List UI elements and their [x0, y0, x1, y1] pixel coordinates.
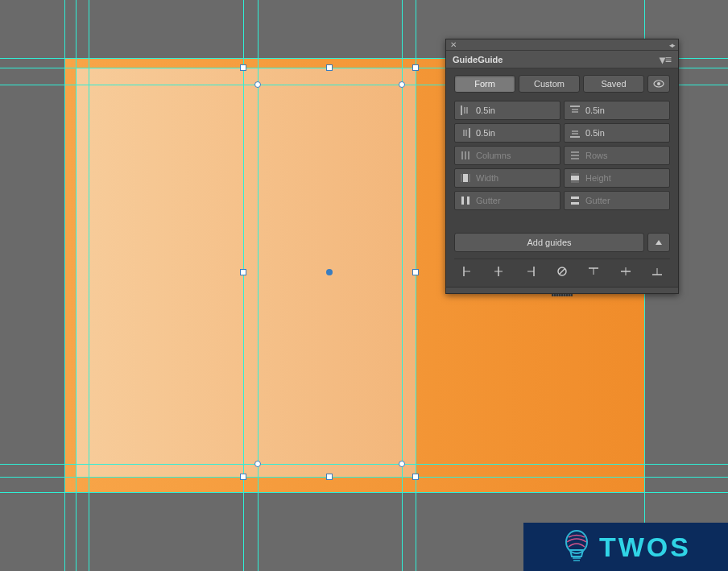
add-guides-button[interactable]: Add guides	[454, 233, 644, 252]
clear-icon	[556, 266, 568, 277]
selection-handle[interactable]	[240, 64, 246, 71]
margin-bottom-icon	[569, 127, 581, 139]
watermark: TWOS	[523, 523, 728, 571]
svg-rect-29	[571, 202, 579, 205]
svg-rect-28	[571, 197, 579, 199]
guide-vertical[interactable]	[76, 0, 77, 571]
anchor-point[interactable]	[399, 81, 405, 88]
selection-handle[interactable]	[326, 474, 333, 480]
tab-form[interactable]: Form	[454, 75, 515, 93]
panel-header-bar[interactable]: ✕ ◂▸	[446, 39, 678, 51]
eye-icon	[653, 78, 664, 89]
margin-left-icon	[460, 105, 471, 116]
align-vcenter-icon	[493, 266, 504, 277]
height-icon	[569, 172, 581, 184]
guide-horizontal[interactable]	[0, 477, 728, 478]
panel-menu-icon[interactable]: ▾≡	[660, 56, 672, 64]
panel-body: Form Custom Saved 0.5in 0.5in	[446, 68, 678, 287]
svg-line-38	[559, 269, 565, 275]
guide-vertical[interactable]	[243, 0, 244, 571]
align-hcenter-icon	[620, 266, 631, 277]
rows-placeholder: Rows	[585, 151, 608, 160]
collapse-icon[interactable]: ◂▸	[669, 41, 674, 49]
selection-handle[interactable]	[326, 64, 333, 71]
gutter-h-icon	[460, 195, 471, 206]
gutter-v-icon	[569, 195, 581, 206]
margin-right-icon	[460, 127, 471, 139]
selection-handle[interactable]	[412, 269, 419, 275]
close-icon[interactable]: ✕	[450, 40, 457, 49]
anchor-point[interactable]	[254, 461, 261, 467]
columns-icon	[460, 150, 471, 161]
align-left-icon	[461, 266, 473, 277]
rows-icon	[569, 150, 581, 161]
margin-left-field[interactable]: 0.5in	[454, 101, 560, 120]
margin-right-value: 0.5in	[476, 128, 495, 138]
selection-center[interactable]	[326, 269, 333, 275]
guide-vcenter-button[interactable]	[487, 263, 510, 280]
svg-rect-26	[461, 197, 464, 205]
margin-top-field[interactable]: 0.5in	[564, 101, 670, 120]
height-placeholder: Height	[585, 173, 611, 183]
columns-placeholder: Columns	[476, 151, 511, 160]
triangle-up-icon	[655, 238, 663, 246]
selection-handle[interactable]	[240, 474, 246, 480]
anchor-point[interactable]	[399, 461, 405, 467]
svg-rect-27	[467, 197, 469, 205]
rows-field[interactable]: Rows	[564, 146, 670, 165]
guide-top-edge-button[interactable]	[582, 263, 605, 280]
width-field[interactable]: Width	[454, 168, 560, 188]
guide-hcenter-button[interactable]	[614, 263, 637, 280]
panel-title-bar[interactable]: GuideGuide ▾≡	[446, 51, 678, 68]
margin-right-field[interactable]: 0.5in	[454, 123, 560, 143]
anchor-point[interactable]	[254, 81, 261, 88]
panel-resize-grip[interactable]	[446, 287, 678, 293]
guide-right-edge-button[interactable]	[519, 263, 542, 280]
svg-point-1	[657, 82, 660, 85]
svg-marker-30	[656, 240, 662, 245]
svg-rect-23	[571, 176, 579, 180]
width-placeholder: Width	[476, 173, 498, 183]
guide-vertical[interactable]	[64, 0, 65, 571]
svg-rect-20	[463, 174, 468, 182]
height-field[interactable]: Height	[564, 168, 670, 188]
selection-handle[interactable]	[412, 474, 419, 480]
grip-icon	[552, 294, 573, 296]
columns-field[interactable]: Columns	[454, 146, 560, 165]
margin-left-value: 0.5in	[476, 106, 495, 115]
align-bottom-icon	[651, 266, 663, 277]
width-icon	[460, 172, 471, 184]
guide-horizontal[interactable]	[0, 492, 728, 493]
panel-title: GuideGuide	[453, 55, 503, 64]
clear-guides-button[interactable]	[551, 263, 573, 280]
tab-saved[interactable]: Saved	[583, 75, 644, 93]
watermark-text: TWOS	[599, 532, 691, 563]
visibility-toggle[interactable]	[647, 75, 670, 93]
gutter-h-field[interactable]: Gutter	[454, 191, 560, 210]
gutter-v-placeholder: Gutter	[585, 196, 610, 205]
gutter-v-field[interactable]: Gutter	[564, 191, 670, 210]
margin-top-icon	[569, 105, 581, 116]
selection-handle[interactable]	[412, 64, 419, 71]
guide-vertical[interactable]	[89, 0, 89, 571]
guide-horizontal[interactable]	[0, 464, 728, 465]
guide-vertical[interactable]	[416, 0, 416, 571]
margin-top-value: 0.5in	[585, 106, 605, 115]
guide-left-edge-button[interactable]	[456, 263, 478, 280]
lightbulb-icon	[560, 531, 593, 563]
margin-bottom-value: 0.5in	[585, 128, 605, 138]
guide-bottom-edge-button[interactable]	[646, 263, 668, 280]
guideguide-panel[interactable]: ✕ ◂▸ GuideGuide ▾≡ Form Custom Saved 0.5…	[445, 39, 679, 294]
margin-bottom-field[interactable]: 0.5in	[564, 123, 670, 143]
align-right-icon	[525, 266, 536, 277]
gutter-h-placeholder: Gutter	[476, 196, 501, 205]
align-top-icon	[588, 266, 599, 277]
tab-custom[interactable]: Custom	[519, 75, 580, 93]
selection-handle[interactable]	[240, 269, 246, 275]
expand-button[interactable]	[647, 233, 670, 252]
